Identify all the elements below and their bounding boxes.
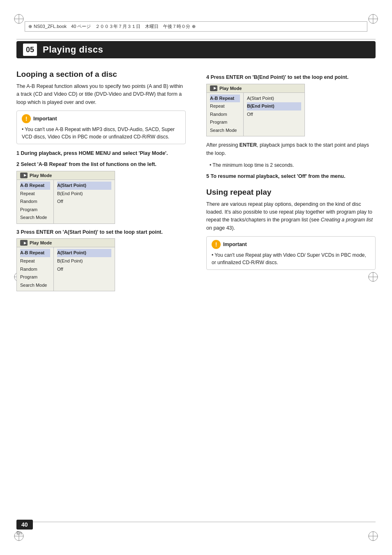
menu-title-bar-2: Play Mode — [17, 239, 115, 247]
menu-right-2-item-3: Off — [57, 265, 111, 274]
menu-left-2-item-5: Search Mode — [20, 281, 50, 290]
menu-right-2-item-2: B(End Point) — [57, 257, 111, 265]
after-enter-text: After pressing ENTER, playback jumps bac… — [206, 141, 376, 157]
menu-right-2-item-1: A(Start Point) — [57, 249, 111, 257]
menu-icon-3 — [210, 85, 217, 91]
menu-left-3-item-1: A-B Repeat — [210, 94, 240, 103]
menu-left-2-item-2: Repeat — [20, 257, 50, 265]
file-info-bar: ⊕ NS03_ZFL.book 40 ページ ２００３年７月３１日 木曜日 午後… — [25, 21, 367, 32]
menu-right-item-1-1: A(Start Point) — [57, 182, 111, 190]
menu-right-item-1-2: B(End Point) — [57, 190, 111, 198]
important-box-right: ! Important You can't use Repeat play wi… — [206, 236, 376, 270]
menu-right-3-item-1: A(Start Point) — [247, 94, 301, 103]
menu-left-3: A-B Repeat Repeat Random Program Search … — [207, 93, 244, 136]
left-column: Looping a section of a disc The A-B Repe… — [16, 70, 190, 514]
menu-icon-1 — [20, 173, 28, 178]
important-label-left: Important — [33, 116, 57, 122]
menu-right-3-item-2: B(End Point) — [247, 102, 301, 111]
menu-right-1: A(Start Point) B(End Point) Off — [54, 180, 115, 223]
menu-left-item-1-4: Program — [20, 206, 50, 214]
menu-body-3: A-B Repeat Repeat Random Program Search … — [207, 93, 304, 136]
footer-left: 40 En — [16, 520, 33, 535]
reg-mark-top-right — [367, 13, 379, 25]
menu-left-3-item-3: Random — [210, 111, 240, 119]
menu-left-3-item-2: Repeat — [210, 102, 240, 111]
menu-title-1: Play Mode — [30, 173, 52, 178]
menu-left-3-item-4: Program — [210, 118, 240, 127]
crosshair-icon: ⊕ — [28, 24, 32, 29]
menu-right-3: A(Start Point) B(End Point) Off — [244, 93, 304, 136]
chapter-number: 05 — [23, 44, 37, 56]
menu-right-3-item-3: Off — [247, 111, 301, 119]
important-header-right: ! Important — [212, 240, 370, 249]
menu-icon-2 — [20, 240, 28, 246]
menu-screenshot-3: Play Mode A-B Repeat Repeat Random Progr… — [206, 84, 305, 137]
section-title-repeat: Using repeat play — [206, 188, 376, 197]
page-footer: 40 En — [16, 520, 376, 535]
menu-left-2-item-3: Random — [20, 265, 50, 274]
crosshair-icon-right: ⊕ — [192, 24, 196, 29]
menu-screenshot-1: Play Mode A-B Repeat Repeat Random Progr… — [16, 171, 115, 224]
step-1: 1 During playback, press HOME MENU and s… — [16, 150, 186, 157]
menu-left-2-item-4: Program — [20, 273, 50, 281]
top-divider — [16, 39, 376, 39]
section-title-looping: Looping a section of a disc — [16, 70, 186, 79]
menu-right-2: A(Start Point) B(End Point) Off — [54, 247, 115, 291]
important-text-left: You can't use A-B Repeat with MP3 discs,… — [22, 126, 180, 140]
important-bullet-left: You can't use A-B Repeat with MP3 discs,… — [22, 126, 180, 140]
menu-title-3: Play Mode — [219, 86, 242, 91]
chapter-header: 05 Playing discs — [16, 41, 376, 58]
menu-right-item-1-3: Off — [57, 198, 111, 206]
menu-title-2: Play Mode — [30, 240, 52, 245]
file-bar-text: NS03_ZFL.book 40 ページ ２００３年７月３１日 木曜日 午後７時… — [34, 23, 190, 30]
menu-body-1: A-B Repeat Repeat Random Program Search … — [17, 180, 115, 223]
important-bullet-right: You can't use Repeat play with Video CD/… — [212, 251, 370, 266]
important-header-left: ! Important — [22, 114, 180, 123]
menu-title-bar-3: Play Mode — [207, 84, 304, 93]
reg-mark-top-left — [13, 13, 25, 25]
step-4: 4 Press ENTER on 'B(End Point)' to set t… — [206, 74, 376, 81]
menu-left-item-1-1: A-B Repeat — [20, 182, 50, 190]
important-box-left: ! Important You can't use A-B Repeat wit… — [16, 111, 186, 144]
intro-text: The A-B Repeat function allows you to sp… — [16, 83, 186, 106]
page-number: 40 — [16, 520, 33, 530]
repeat-intro: There are various repeat play options, d… — [206, 200, 376, 233]
menu-left-2: A-B Repeat Repeat Random Program Search … — [17, 247, 54, 291]
menu-screenshot-2: Play Mode A-B Repeat Repeat Random Progr… — [16, 238, 115, 291]
menu-left-3-item-5: Search Mode — [210, 127, 240, 135]
step-2: 2 Select 'A-B Repeat' from the list of f… — [16, 161, 186, 168]
right-column: 4 Press ENTER on 'B(End Point)' to set t… — [202, 70, 376, 514]
warning-icon-left: ! — [22, 114, 31, 123]
min-loop-bullet: The minimum loop time is 2 seconds. — [210, 161, 376, 169]
menu-left-item-1-3: Random — [20, 198, 50, 206]
chapter-title: Playing discs — [43, 44, 103, 55]
important-text-right: You can't use Repeat play with Video CD/… — [212, 251, 370, 266]
important-label-right: Important — [223, 242, 247, 247]
step-5: 5 To resume normal playback, select 'Off… — [206, 173, 376, 180]
enter-bold: ENTER — [240, 142, 257, 148]
creating-list-italic: Creating a program list — [321, 217, 373, 223]
menu-left-2-item-1: A-B Repeat — [20, 249, 50, 257]
step-3: 3 Press ENTER on 'A(Start Point)' to set… — [16, 229, 186, 236]
menu-left-1: A-B Repeat Repeat Random Program Search … — [17, 180, 54, 223]
main-content: Looping a section of a disc The A-B Repe… — [16, 70, 376, 514]
warning-icon-right: ! — [212, 240, 221, 249]
menu-body-2: A-B Repeat Repeat Random Program Search … — [17, 247, 115, 291]
menu-left-item-1-2: Repeat — [20, 190, 50, 198]
menu-left-item-1-5: Search Mode — [20, 214, 50, 222]
menu-title-bar-1: Play Mode — [17, 171, 115, 180]
page-lang: En — [16, 530, 33, 535]
